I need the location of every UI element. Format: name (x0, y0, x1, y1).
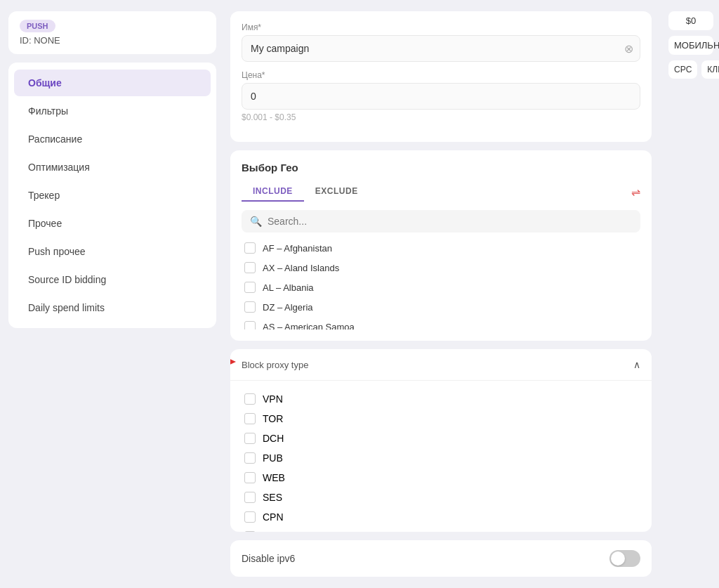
filter-icon[interactable]: ⇌ (631, 185, 640, 199)
country-name: AL – Albania (263, 282, 314, 293)
name-input-wrapper: ⊗ (242, 35, 640, 62)
disable-ipv6-label: Disable ipv6 (242, 553, 295, 564)
svg-marker-1 (230, 358, 236, 366)
sidebar-item-оптимизация[interactable]: Оптимизация (14, 154, 211, 181)
country-name: AF – Afghanistan (263, 243, 332, 254)
country-name: DZ – Algeria (263, 302, 313, 313)
list-item[interactable]: TOR (242, 409, 640, 429)
proxy-checkbox[interactable] (244, 433, 256, 444)
budget-badge: $0 (668, 11, 713, 30)
list-item[interactable]: DZ – Algeria (242, 297, 640, 317)
proxy-items: VPNTORDCHPUBWEBSESCPNEPNRES (242, 389, 640, 532)
proxy-label: Block proxy type (242, 360, 308, 370)
push-badge-container: PUSH ID: NONE (8, 11, 216, 54)
country-checkbox[interactable] (244, 301, 256, 313)
proxy-item-label: SES (263, 492, 282, 503)
proxy-checkbox[interactable] (244, 531, 256, 532)
proxy-checkbox[interactable] (244, 511, 256, 523)
model2-badge: КЛИК (701, 60, 719, 79)
list-item[interactable]: WEB (242, 468, 640, 488)
exclude-btn[interactable]: EXCLUDE (304, 182, 369, 202)
price-group: Цена* $0.001 - $0.35 (242, 70, 640, 122)
price-label: Цена* (242, 70, 640, 80)
name-input[interactable] (242, 35, 640, 62)
price-hint: $0.001 - $0.35 (242, 112, 640, 122)
geo-card: Выбор Гео INCLUDE EXCLUDE ⇌ 🔍 AF – Afgha… (230, 150, 652, 341)
sidebar-item-push-прочее[interactable]: Push прочее (14, 238, 211, 265)
list-item[interactable]: AF – Afghanistan (242, 238, 640, 258)
proxy-item-label: DCH (263, 433, 284, 444)
disable-ipv6-toggle[interactable] (609, 550, 640, 567)
include-exclude-tabs: INCLUDE EXCLUDE ⇌ (242, 182, 640, 202)
name-label: Имя* (242, 22, 640, 32)
ie-buttons: INCLUDE EXCLUDE (242, 182, 369, 202)
proxy-checkbox[interactable] (244, 472, 256, 483)
proxy-item-label: CPN (263, 511, 284, 523)
list-item[interactable]: VPN (242, 389, 640, 409)
country-checkbox[interactable] (244, 282, 256, 293)
sidebar-item-трекер[interactable]: Трекер (14, 182, 211, 209)
price-input-wrapper (242, 83, 640, 110)
list-item[interactable]: CPN (242, 507, 640, 527)
proxy-checkbox[interactable] (244, 492, 256, 503)
proxy-item-label: PUB (263, 452, 283, 464)
sidebar-item-общие[interactable]: Общие (14, 70, 211, 96)
search-icon: 🔍 (250, 216, 262, 227)
campaign-card: Имя* ⊗ Цена* $0.001 - $0.35 (230, 11, 652, 142)
model1-badge: CPC (668, 60, 697, 79)
red-arrow-annotation (230, 352, 237, 372)
include-btn[interactable]: INCLUDE (242, 182, 304, 202)
list-item[interactable]: AL – Albania (242, 277, 640, 297)
sidebar-item-source-id-bidding[interactable]: Source ID bidding (14, 266, 211, 293)
proxy-chevron-up-icon: ∧ (633, 359, 640, 370)
proxy-content: VPNTORDCHPUBWEBSESCPNEPNRES (230, 381, 652, 532)
country-list: AF – AfghanistanAX – Aland IslandsAL – A… (242, 238, 640, 329)
country-checkbox[interactable] (244, 242, 256, 254)
sidebar-item-прочее[interactable]: Прочее (14, 210, 211, 237)
sidebar: PUSH ID: NONE ОбщиеФильтрыРасписаниеОпти… (0, 0, 225, 588)
list-item[interactable]: EPN (242, 527, 640, 532)
proxy-item-label: TOR (263, 413, 283, 424)
country-checkbox[interactable] (244, 262, 256, 273)
geo-title: Выбор Гео (242, 162, 640, 174)
country-name: AS – American Samoa (263, 322, 355, 330)
disable-ipv6-row: Disable ipv6 (230, 540, 652, 577)
list-item[interactable]: AS – American Samoa (242, 317, 640, 329)
price-input[interactable] (242, 83, 640, 110)
country-checkbox[interactable] (244, 321, 256, 329)
geo-search-input[interactable] (268, 216, 632, 227)
far-right-panel: $0 МОБИЛЬНЫЕ CPC КЛИК (663, 0, 719, 588)
device-badge: МОБИЛЬНЫЕ (668, 36, 713, 55)
proxy-item-label: EPN (263, 531, 283, 532)
id-text: ID: NONE (20, 35, 205, 46)
proxy-item-label: VPN (263, 393, 283, 405)
proxy-item-label: WEB (263, 472, 285, 483)
sidebar-item-daily-spend-limits[interactable]: Daily spend limits (14, 294, 211, 321)
proxy-dropdown: Block proxy type ∧ VPNTORDCHPUBWEBSESCPN… (230, 349, 652, 532)
proxy-header[interactable]: Block proxy type ∧ (230, 349, 652, 381)
country-name: AX – Aland Islands (263, 263, 339, 273)
sidebar-item-расписание[interactable]: Расписание (14, 126, 211, 152)
list-item[interactable]: PUB (242, 448, 640, 468)
toggle-knob (611, 551, 625, 566)
main-panel: Имя* ⊗ Цена* $0.001 - $0.35 Выбор Гео IN… (225, 0, 663, 588)
sidebar-item-фильтры[interactable]: Фильтры (14, 98, 211, 124)
proxy-checkbox[interactable] (244, 413, 256, 424)
name-group: Имя* ⊗ (242, 22, 640, 62)
push-badge: PUSH (20, 20, 55, 32)
proxy-checkbox[interactable] (244, 452, 256, 464)
proxy-checkbox[interactable] (244, 393, 256, 405)
list-item[interactable]: SES (242, 488, 640, 507)
nav-menu: ОбщиеФильтрыРасписаниеОптимизацияТрекерП… (8, 63, 216, 328)
clear-name-icon[interactable]: ⊗ (624, 42, 633, 55)
list-item[interactable]: DCH (242, 429, 640, 448)
search-box: 🔍 (242, 210, 640, 233)
model-badges: CPC КЛИК (668, 60, 713, 79)
list-item[interactable]: AX – Aland Islands (242, 258, 640, 277)
